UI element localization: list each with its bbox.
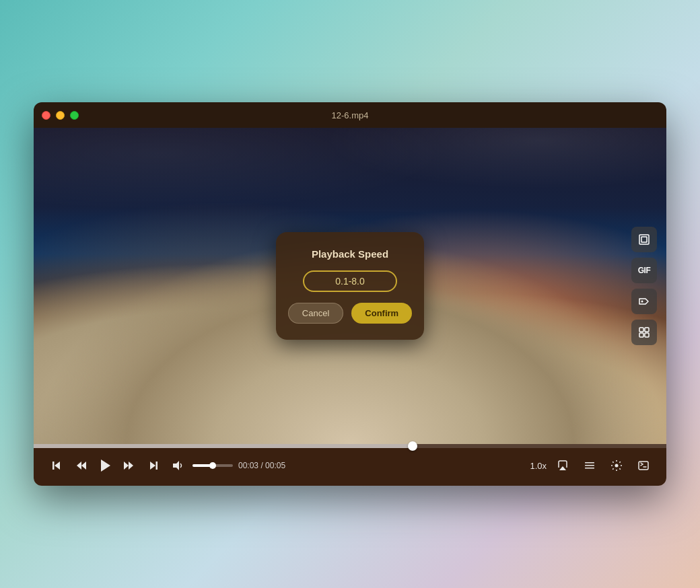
svg-rect-20	[585, 468, 594, 469]
dialog-overlay: Playback Speed Cancel Confirm	[34, 128, 666, 444]
svg-marker-12	[129, 462, 133, 470]
airplay-button[interactable]	[551, 453, 575, 478]
close-button[interactable]	[42, 111, 50, 120]
chapters-icon	[584, 460, 596, 472]
svg-marker-17	[559, 466, 566, 470]
progress-bar-container[interactable]	[34, 444, 666, 448]
time-current: 00:03	[238, 461, 258, 470]
time-display: 00:03 / 00:05	[238, 461, 285, 470]
video-area[interactable]: GIF Playback Speed	[34, 128, 666, 444]
volume-thumb	[209, 462, 216, 469]
rewind-icon	[75, 460, 87, 472]
progress-thumb	[408, 441, 417, 451]
controls-inner: 00:03 / 00:05 1.0x	[44, 453, 656, 478]
settings-button[interactable]	[604, 453, 629, 478]
svg-marker-14	[150, 462, 155, 470]
volume-container	[166, 453, 233, 478]
confirm-button[interactable]: Confirm	[351, 303, 412, 324]
controls-bar: 00:03 / 00:05 1.0x	[34, 444, 666, 486]
progress-fill	[34, 444, 413, 448]
traffic-lights	[42, 111, 79, 120]
rewind-button[interactable]	[69, 453, 93, 478]
svg-rect-15	[156, 462, 158, 470]
svg-rect-8	[53, 462, 55, 470]
svg-marker-7	[55, 462, 60, 470]
play-icon	[98, 458, 112, 473]
svg-marker-10	[81, 462, 86, 470]
svg-rect-22	[639, 462, 648, 470]
svg-marker-16	[173, 461, 179, 470]
volume-slider[interactable]	[193, 464, 233, 467]
skip-to-start-icon	[50, 460, 63, 472]
titlebar: 12-6.mp4	[34, 102, 666, 128]
volume-icon	[172, 460, 184, 472]
right-controls	[551, 453, 656, 478]
skip-to-end-icon	[147, 460, 160, 472]
speed-display[interactable]: 1.0x	[526, 460, 551, 472]
skip-to-end-button[interactable]	[141, 453, 166, 478]
svg-marker-9	[77, 462, 81, 470]
svg-marker-13	[124, 462, 129, 470]
svg-rect-18	[585, 462, 594, 464]
cancel-button[interactable]: Cancel	[288, 303, 343, 324]
svg-point-21	[615, 464, 619, 468]
skip-to-start-button[interactable]	[44, 453, 69, 478]
play-button[interactable]	[93, 453, 117, 478]
time-total: 00:05	[265, 461, 285, 470]
volume-fill	[193, 464, 213, 467]
maximize-button[interactable]	[70, 111, 79, 120]
svg-marker-11	[101, 460, 110, 472]
svg-rect-19	[585, 465, 594, 466]
window-title: 12-6.mp4	[332, 110, 369, 120]
player-window: 12-6.mp4 GIF	[34, 102, 666, 486]
dialog-title: Playback Speed	[312, 248, 388, 260]
terminal-button[interactable]	[631, 453, 656, 478]
dialog-buttons: Cancel Confirm	[288, 303, 412, 324]
chapters-button[interactable]	[578, 453, 602, 478]
volume-button[interactable]	[166, 453, 190, 478]
airplay-icon	[557, 460, 569, 472]
fast-forward-button[interactable]	[117, 453, 141, 478]
speed-input[interactable]	[303, 270, 397, 292]
settings-icon	[610, 460, 623, 472]
minimize-button[interactable]	[56, 111, 65, 120]
fast-forward-icon	[123, 460, 135, 472]
terminal-icon	[637, 460, 650, 472]
playback-speed-dialog: Playback Speed Cancel Confirm	[276, 232, 424, 340]
